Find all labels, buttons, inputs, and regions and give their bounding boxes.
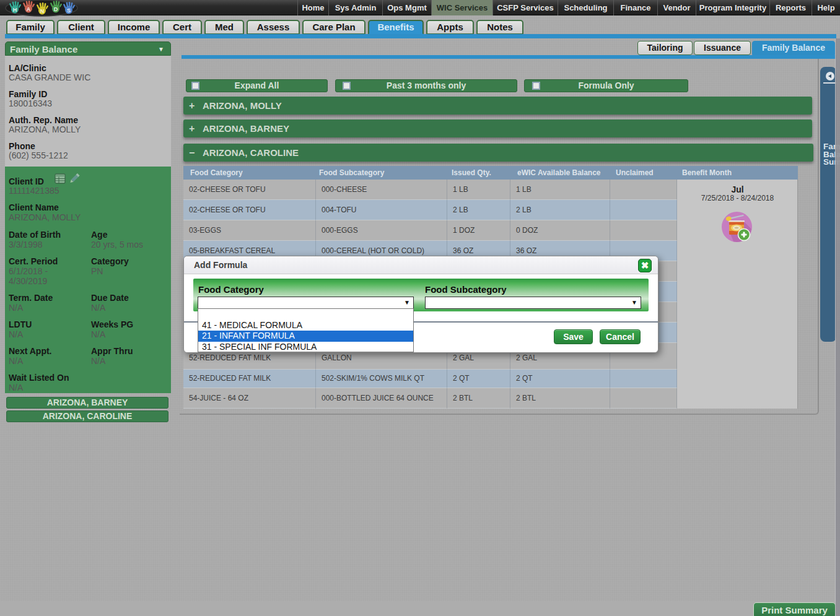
svg-text:H: H: [13, 7, 17, 13]
svg-text:N: N: [40, 8, 45, 14]
svg-text:S: S: [67, 7, 71, 14]
svg-text:D: D: [54, 6, 58, 12]
svg-text:A: A: [27, 6, 31, 12]
